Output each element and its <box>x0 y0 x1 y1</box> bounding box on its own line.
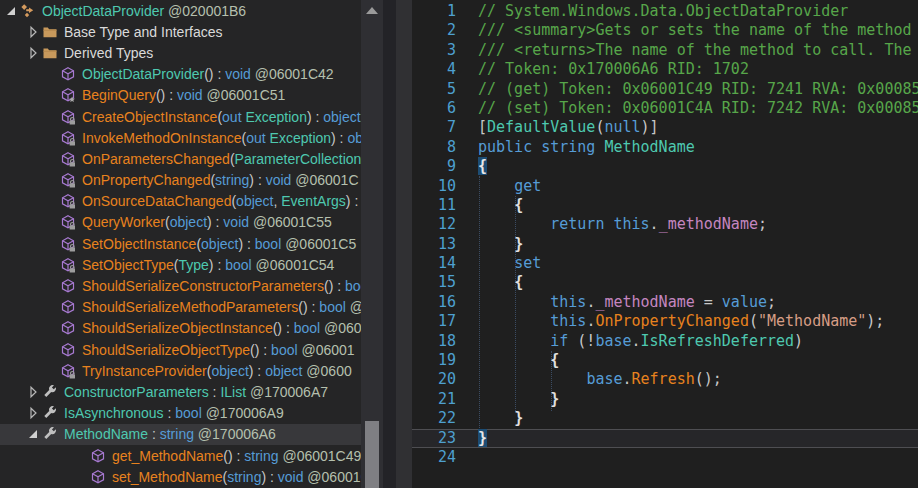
code-segment: { <box>550 351 559 369</box>
tree-row[interactable]: ShouldSerializeObjectType() : bool @0600… <box>0 339 361 360</box>
scrollbar-up-icon[interactable] <box>366 7 378 14</box>
line-number[interactable]: 16 <box>412 293 456 312</box>
panel-splitter[interactable] <box>383 0 396 488</box>
code-line[interactable]: 20 base.Refresh(); <box>412 370 918 389</box>
chevron-expanded-icon[interactable] <box>2 3 20 19</box>
label-segment: @06001C51 <box>203 87 286 103</box>
method-private-icon <box>60 236 82 252</box>
line-number[interactable]: 18 <box>412 332 456 351</box>
tree-row[interactable]: OnParametersChanged(ParameterCollection <box>0 148 361 169</box>
line-number[interactable]: 17 <box>412 312 456 331</box>
code-line[interactable]: 13 } <box>412 235 918 254</box>
code-line[interactable]: 22 } <box>412 409 918 428</box>
tree-row[interactable]: SetObjectType(Type) : bool @06001C54 <box>0 254 361 275</box>
line-number[interactable]: 7 <box>412 118 456 137</box>
tree-row[interactable]: CreateObjectInstance(out Exception) : ob… <box>0 106 361 127</box>
code-text: // System.Windows.Data.ObjectDataProvide… <box>456 2 848 21</box>
code-line[interactable]: 10 get <box>412 177 918 196</box>
tree-row[interactable]: SetObjectInstance(object) : bool @06001C… <box>0 233 361 254</box>
expander-placeholder <box>42 214 60 230</box>
code-line[interactable]: 4// Token: 0x170006A6 RID: 1702 <box>412 60 918 79</box>
code-line[interactable]: 17 this.OnPropertyChanged("MethodName"); <box>412 312 918 331</box>
tree-row[interactable]: InvokeMethodOnInstance(out Exception) : … <box>0 127 361 148</box>
indent-spacer <box>0 370 42 371</box>
tree-row[interactable]: ShouldSerializeMethodParameters() : bool… <box>0 297 361 318</box>
code-line[interactable]: 9{ <box>412 157 918 176</box>
line-number[interactable]: 10 <box>412 177 456 196</box>
code-line[interactable]: 5// (get) Token: 0x06001C49 RID: 7241 RV… <box>412 80 918 99</box>
scrollbar-thumb[interactable] <box>365 421 379 488</box>
tree-row[interactable]: Base Type and Interfaces <box>0 21 361 42</box>
tree-row[interactable]: ObjectDataProvider() : void @06001C42 <box>0 64 361 85</box>
line-number[interactable]: 8 <box>412 138 456 157</box>
line-number[interactable]: 11 <box>412 196 456 215</box>
tree-row[interactable]: MethodName : string @170006A6 <box>0 424 361 445</box>
tree-row[interactable]: set_MethodName(string) : void @06001C <box>0 466 361 487</box>
code-line[interactable]: 14 set <box>412 254 918 273</box>
tree-row[interactable]: TryInstanceProvider(object) : object @06… <box>0 360 361 381</box>
line-number[interactable]: 1 <box>412 2 456 21</box>
tree-row[interactable]: IsAsynchronous : bool @170006A9 <box>0 403 361 424</box>
tree-row-label: OnParametersChanged(ParameterCollection <box>82 151 361 167</box>
chevron-collapsed-icon[interactable] <box>24 45 42 61</box>
assembly-explorer-tree[interactable]: ObjectDataProvider @020001B6Base Type an… <box>0 0 361 488</box>
code-line[interactable]: 2/// <summary>Gets or sets the name of t… <box>412 21 918 40</box>
tree-row[interactable]: ShouldSerializeConstructorParameters() :… <box>0 275 361 296</box>
line-number[interactable]: 24 <box>412 448 456 467</box>
code-line[interactable]: 16 this._methodName = value; <box>412 293 918 312</box>
label-segment: bool <box>175 405 201 421</box>
line-number[interactable]: 6 <box>412 99 456 118</box>
line-number[interactable]: 23 <box>412 430 456 447</box>
code-segment: get <box>514 177 541 195</box>
line-number[interactable]: 2 <box>412 21 456 40</box>
decompiled-code-editor[interactable]: 1// System.Windows.Data.ObjectDataProvid… <box>412 0 918 488</box>
code-line[interactable]: 1// System.Windows.Data.ObjectDataProvid… <box>412 2 918 21</box>
line-number[interactable]: 14 <box>412 254 456 273</box>
line-number[interactable]: 4 <box>412 60 456 79</box>
tree-row[interactable]: get_MethodName() : string @06001C49 <box>0 445 361 466</box>
line-number[interactable]: 3 <box>412 41 456 60</box>
code-segment: . <box>623 370 632 388</box>
code-line[interactable]: 15 { <box>412 273 918 292</box>
line-number[interactable]: 20 <box>412 370 456 389</box>
tree-row[interactable]: ShouldSerializeObjectInstance() : bool @… <box>0 318 361 339</box>
tree-row[interactable]: OnSourceDataChanged(object, EventArgs) : <box>0 191 361 212</box>
tree-row[interactable]: ConstructorParameters : IList @170006A7 <box>0 381 361 402</box>
chevron-expanded-icon[interactable] <box>24 426 42 442</box>
code-segment: . <box>632 332 641 350</box>
code-text: { <box>456 196 523 215</box>
code-line[interactable]: 8public string MethodName <box>412 138 918 157</box>
line-number[interactable]: 12 <box>412 215 456 234</box>
code-line[interactable]: 23} <box>412 429 918 448</box>
code-line[interactable]: 18 if (!base.IsRefreshDeferred) <box>412 332 918 351</box>
chevron-collapsed-icon[interactable] <box>24 384 42 400</box>
tree-row[interactable]: Derived Types <box>0 42 361 63</box>
line-number[interactable]: 15 <box>412 273 456 292</box>
code-line[interactable]: 21 } <box>412 390 918 409</box>
code-line[interactable]: 7[DefaultValue(null)] <box>412 118 918 137</box>
code-segment: } <box>514 409 523 427</box>
code-line[interactable]: 11 { <box>412 196 918 215</box>
code-line[interactable]: 3/// <returns>The name of the method to … <box>412 41 918 60</box>
code-line[interactable]: 19 { <box>412 351 918 370</box>
tree-row[interactable]: BeginQuery() : void @06001C51 <box>0 85 361 106</box>
line-number[interactable]: 21 <box>412 390 456 409</box>
line-number[interactable]: 19 <box>412 351 456 370</box>
tree-row[interactable]: OnPropertyChanged(string) : void @06001C <box>0 170 361 191</box>
expander-placeholder <box>42 109 60 125</box>
line-number[interactable]: 22 <box>412 409 456 428</box>
tree-scrollbar[interactable] <box>361 0 383 488</box>
label-segment: @0600 <box>302 363 351 379</box>
chevron-collapsed-icon[interactable] <box>24 24 42 40</box>
line-number[interactable]: 5 <box>412 80 456 99</box>
indent-spacer <box>0 391 24 392</box>
code-line[interactable]: 24 <box>412 448 918 467</box>
code-line[interactable]: 6// (set) Token: 0x06001C4A RID: 7242 RV… <box>412 99 918 118</box>
method-icon <box>60 66 82 82</box>
line-number[interactable]: 9 <box>412 157 456 176</box>
chevron-collapsed-icon[interactable] <box>24 405 42 421</box>
tree-row[interactable]: QueryWorker(object) : void @06001C55 <box>0 212 361 233</box>
code-line[interactable]: 12 return this._methodName; <box>412 215 918 234</box>
line-number[interactable]: 13 <box>412 235 456 254</box>
tree-row[interactable]: ObjectDataProvider @020001B6 <box>0 0 361 21</box>
